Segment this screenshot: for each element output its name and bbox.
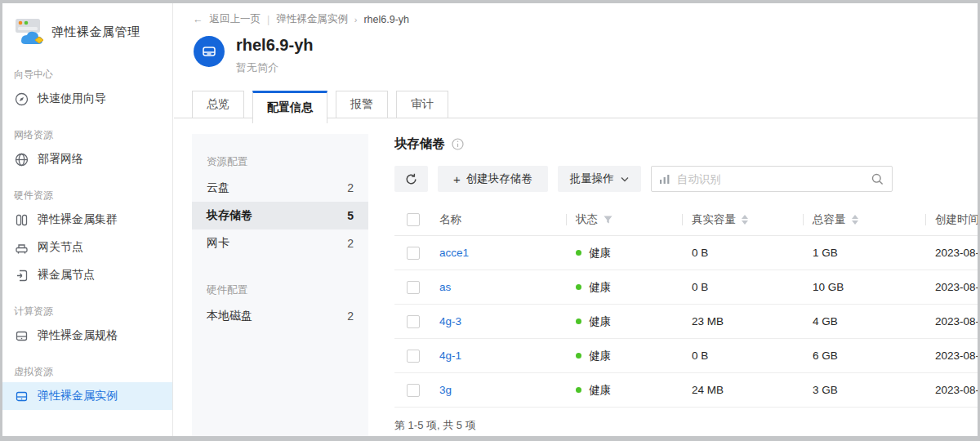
sidebar-item-label: 部署网络 [38,152,83,167]
column-header-status[interactable]: 状态 [566,212,682,227]
config-nav-count: 2 [347,310,354,323]
sidebar-item-cluster[interactable]: 弹性裸金属集群 [2,206,172,234]
row-checkbox[interactable] [407,315,420,328]
sort-icon[interactable] [852,215,858,225]
batch-actions-button[interactable]: 批量操作 [558,166,641,192]
sidebar-section-network: 网络资源 [14,128,172,142]
sidebar: 弹性裸金属管理 向导中心 快速使用向导 网络资源 部署网络 硬件资源 [2,3,173,436]
config-nav-item-nic[interactable]: 网卡 2 [192,229,368,257]
total-capacity-value: 3 GB [803,384,925,396]
block-volume-panel: 块存储卷 + 创建块存储卷 [394,134,978,436]
volume-name-link[interactable]: 4g-1 [439,350,461,362]
volume-name-link[interactable]: acce1 [439,247,469,259]
total-capacity-value: 6 GB [803,350,925,362]
table-row: as 健康 0 B 10 GB 2023-08-0 [394,270,978,305]
sidebar-item-quick-wizard[interactable]: 快速使用向导 [2,85,172,113]
column-header-name[interactable]: 名称 [439,212,566,227]
panel-title: 块存储卷 [394,136,445,153]
status-text: 健康 [589,280,611,295]
sidebar-item-label: 裸金属节点 [38,268,95,283]
filter-funnel-icon[interactable] [604,216,612,224]
search-box[interactable] [651,166,893,192]
config-nav-label: 块存储卷 [207,208,252,223]
sidebar-item-label: 快速使用向导 [38,91,106,106]
volume-table: 名称 状态 真实容量 [394,203,978,436]
table-row: acce1 健康 0 B 1 GB 2023-08-0 [394,236,978,270]
sidebar-item-gateway-node[interactable]: 网关节点 [2,234,172,261]
tab-alarm[interactable]: 报警 [336,91,388,118]
sidebar-item-label: 弹性裸金属集群 [38,212,118,227]
total-capacity-value: 1 GB [803,247,925,259]
config-body: 资源配置 云盘 2 块存储卷 5 网卡 2 硬件配置 本地磁盘 2 [174,134,978,436]
config-section-hardware: 硬件配置 [207,283,368,297]
config-nav-label: 云盘 [207,180,229,195]
sidebar-item-label: 弹性裸金属规格 [38,328,118,343]
column-header-created[interactable]: 创建时间 [925,212,978,227]
column-header-total-capacity[interactable]: 总容量 [803,212,925,227]
table-row: 3g 健康 24 MB 3 GB 2023-08-0 [394,373,978,408]
sidebar-item-baremetal-node[interactable]: 裸金属节点 [2,261,172,289]
created-time-value: 2023-08-0 [925,315,978,327]
status-text: 健康 [589,349,611,363]
config-nav-item-block-volume[interactable]: 块存储卷 5 [192,202,368,229]
breadcrumb-current: rhel6.9-yh [363,14,409,25]
row-checkbox[interactable] [407,350,420,363]
row-checkbox[interactable] [407,384,420,397]
back-arrow-icon[interactable]: ← [193,14,203,25]
config-nav-count: 2 [347,181,354,194]
server-icon [15,329,29,343]
tab-bar: 总览 配置信息 报警 审计 [174,86,978,118]
sidebar-section-hardware: 硬件资源 [14,189,172,203]
config-nav-count: 2 [347,237,354,250]
tab-audit[interactable]: 审计 [396,91,448,118]
config-nav-item-local-disk[interactable]: 本地磁盘 2 [192,302,368,330]
breadcrumb-chevron-icon: › [354,15,358,24]
sort-icon[interactable] [742,215,748,225]
sidebar-item-flavor[interactable]: 弹性裸金属规格 [2,322,172,350]
create-volume-label: 创建块存储卷 [466,172,532,186]
content-area: ← 返回上一页 | 弹性裸金属实例 › rhel6.9-yh rhel6.9-y… [174,3,978,436]
cluster-icon [15,213,29,227]
search-icon[interactable] [871,173,884,185]
created-time-value: 2023-08-0 [925,384,978,396]
real-capacity-value: 0 B [682,281,803,293]
config-nav-label: 本地磁盘 [207,309,252,323]
volume-name-link[interactable]: as [439,281,451,293]
toolbar: + 创建块存储卷 批量操作 [394,166,978,192]
page-subtitle: 暂无简介 [236,60,313,75]
sidebar-item-instance[interactable]: 弹性裸金属实例 [2,382,172,410]
sidebar-item-deploy-network[interactable]: 部署网络 [2,145,172,173]
info-icon[interactable] [452,138,464,150]
table-row: 4g-3 健康 23 MB 4 GB 2023-08-0 [394,305,978,339]
pagination-summary: 第 1-5 项, 共 5 项 [394,408,978,436]
row-checkbox[interactable] [407,281,420,294]
breadcrumb-back-link[interactable]: 返回上一页 [210,12,261,26]
volume-name-link[interactable]: 4g-3 [439,315,461,327]
compass-icon [15,92,29,106]
instance-icon [15,390,29,403]
config-nav-label: 网卡 [207,236,229,251]
real-capacity-value: 23 MB [682,315,803,327]
volume-name-link[interactable]: 3g [439,384,452,396]
create-volume-button[interactable]: + 创建块存储卷 [438,166,548,192]
node-icon [15,269,29,283]
total-capacity-value: 4 GB [803,315,925,327]
breadcrumb-parent-link[interactable]: 弹性裸金属实例 [276,12,348,26]
table-header-row: 名称 状态 真实容量 [394,203,978,236]
column-header-real-capacity[interactable]: 真实容量 [682,212,803,227]
select-all-checkbox[interactable] [407,213,420,226]
refresh-button[interactable] [394,166,428,192]
tab-overview[interactable]: 总览 [192,91,244,118]
config-nav-item-cloud-disk[interactable]: 云盘 2 [192,174,368,202]
gateway-icon [15,241,29,255]
row-checkbox[interactable] [407,247,420,260]
status-text: 健康 [589,314,611,329]
sidebar-section-compute: 计算资源 [14,305,172,318]
search-input[interactable] [677,173,865,185]
status-dot [576,250,581,256]
tab-config-info[interactable]: 配置信息 [252,91,327,123]
sidebar-item-label: 网关节点 [38,240,83,255]
status-dot [576,387,581,393]
created-time-value: 2023-08-0 [925,247,978,259]
app-title: 弹性裸金属管理 [51,24,140,40]
